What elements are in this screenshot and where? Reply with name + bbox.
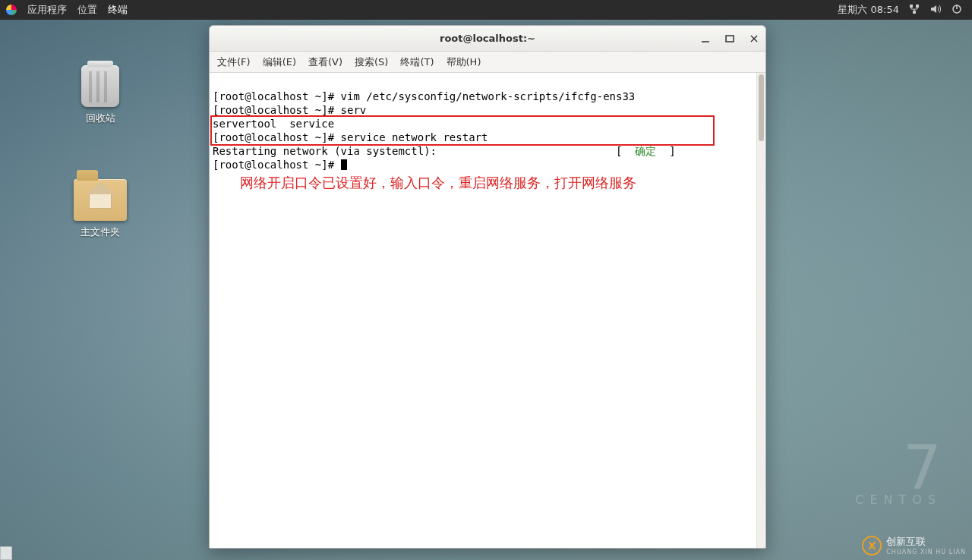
menu-file[interactable]: 文件(F) — [217, 55, 251, 69]
window-title: root@localhost:~ — [440, 33, 535, 44]
maximize-button[interactable] — [724, 33, 735, 44]
watermark-text: 创新互联 — [886, 536, 926, 547]
watermark-logo-icon: X — [862, 536, 882, 555]
terminal-body[interactable]: [root@localhost ~]# vim /etc/sysconfig/n… — [210, 73, 765, 548]
minimize-button[interactable] — [700, 33, 711, 44]
svg-rect-6 — [726, 36, 734, 42]
centos-version: 7 — [855, 444, 942, 492]
menu-terminal[interactable]: 终端(T) — [400, 55, 434, 69]
menu-applications[interactable]: 应用程序 — [27, 3, 67, 17]
annotation-text: 网络开启口令已设置好，输入口令，重启网络服务，打开网络服务 — [240, 176, 636, 190]
trash-can-icon — [81, 65, 119, 107]
clock[interactable]: 星期六 08:54 — [838, 3, 899, 17]
menu-edit[interactable]: 编辑(E) — [263, 55, 296, 69]
scrollbar[interactable] — [756, 73, 765, 548]
menubar: 文件(F) 编辑(E) 查看(V) 搜索(S) 终端(T) 帮助(H) — [210, 52, 765, 73]
taskbar-stub[interactable] — [0, 546, 12, 560]
folder-icon — [74, 179, 127, 221]
term-line: servertool service — [213, 118, 334, 130]
trash-label: 回收站 — [62, 112, 138, 125]
centos-watermark: 7 CENTOS — [855, 444, 942, 507]
cursor-icon — [341, 159, 347, 170]
power-icon[interactable] — [951, 3, 963, 17]
term-line: [root@localhost ~]# service network rest… — [213, 131, 488, 143]
scrollbar-thumb[interactable] — [759, 74, 764, 141]
svg-rect-0 — [910, 5, 913, 8]
menu-help[interactable]: 帮助(H) — [447, 55, 481, 69]
term-line: Restarting network (via systemctl): [ 确定… — [213, 145, 676, 157]
svg-rect-2 — [913, 11, 916, 14]
menu-view[interactable]: 查看(V) — [308, 55, 342, 69]
watermark-sub: CHUANG XIN HU LIAN — [886, 549, 966, 555]
menu-terminal[interactable]: 终端 — [108, 3, 128, 17]
term-prompt: [root@localhost ~]# — [213, 159, 347, 171]
status-ok: 确定 — [635, 145, 656, 157]
network-icon[interactable] — [908, 3, 920, 17]
home-folder-icon[interactable]: 主文件夹 — [62, 179, 138, 239]
corner-watermark: X 创新互联 CHUANG XIN HU LIAN — [862, 535, 966, 555]
centos-name: CENTOS — [855, 492, 942, 507]
close-button[interactable] — [749, 33, 759, 44]
term-line: [root@localhost ~]# serv — [213, 104, 366, 116]
terminal-output: [root@localhost ~]# vim /etc/sysconfig/n… — [210, 73, 765, 171]
activities-icon[interactable] — [6, 5, 17, 15]
terminal-window: root@localhost:~ 文件(F) 编辑(E) 查看(V) 搜索(S)… — [209, 25, 766, 549]
home-label: 主文件夹 — [62, 225, 138, 239]
titlebar[interactable]: root@localhost:~ — [210, 26, 765, 52]
trash-icon[interactable]: 回收站 — [62, 65, 138, 125]
volume-icon[interactable] — [929, 3, 942, 17]
svg-rect-1 — [916, 5, 919, 8]
menu-places[interactable]: 位置 — [77, 3, 97, 17]
term-line: [root@localhost ~]# vim /etc/sysconfig/n… — [213, 90, 635, 102]
menu-search[interactable]: 搜索(S) — [355, 55, 388, 69]
top-panel: 应用程序 位置 终端 星期六 08:54 — [0, 0, 972, 20]
